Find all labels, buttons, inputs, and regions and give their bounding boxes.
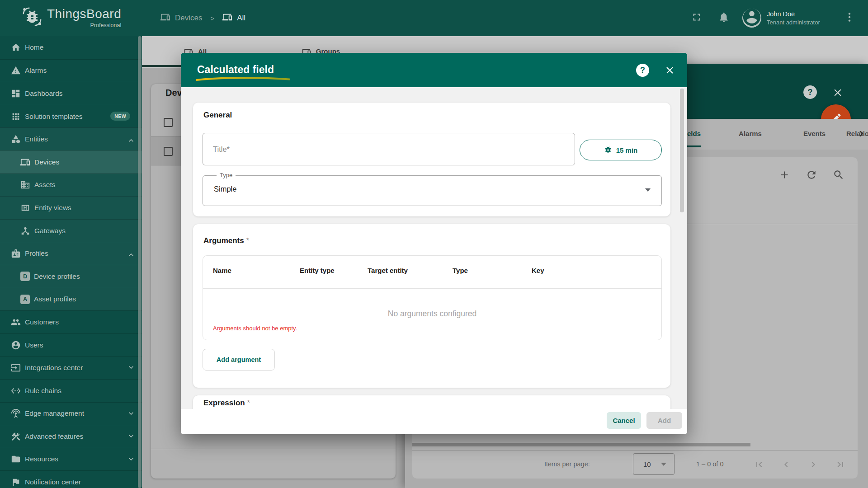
arguments-header-divider — [203, 288, 661, 289]
refresh-icon — [806, 169, 817, 181]
chevron-icon — [127, 432, 136, 441]
chevron-down-icon — [645, 188, 651, 192]
folder-icon — [11, 454, 21, 464]
ethernet-icon — [11, 386, 21, 396]
page-size-value: 10 — [643, 460, 651, 468]
sidebar-item-solution-templates[interactable]: Solution templatesNEW — [0, 105, 142, 128]
sidebar-item-profiles[interactable]: Profiles — [0, 242, 142, 265]
required-mark: * — [246, 236, 249, 245]
arguments-heading: Arguments * — [203, 236, 249, 245]
sidebar-item-device-profiles[interactable]: DDevice profiles — [0, 265, 142, 288]
pagination-range: 1 – 0 of 0 — [696, 460, 723, 468]
sidebar-item-label: Profiles — [25, 249, 48, 258]
sidebar-item-entities[interactable]: Entities — [0, 127, 142, 150]
type-select[interactable]: Type Simple — [203, 175, 662, 206]
sidebar-scrollbar[interactable] — [138, 36, 142, 488]
sidebar-item-asset-profiles[interactable]: AAsset profiles — [0, 288, 142, 311]
chevron-icon — [127, 409, 136, 418]
arguments-section: Arguments * NameEntity typeTarget entity… — [193, 224, 670, 388]
sidebar-item-rule-chains[interactable]: Rule chains — [0, 379, 142, 402]
person-icon — [741, 7, 762, 29]
kebab-menu-icon[interactable] — [844, 11, 855, 25]
sidebar-item-label: Advanced features — [25, 432, 83, 441]
sidebar-item-label: Asset profiles — [34, 295, 76, 303]
close-icon — [664, 65, 675, 76]
sidebar-item-devices[interactable]: Devices — [0, 150, 142, 174]
bug-icon — [604, 145, 612, 155]
search-icon[interactable] — [833, 169, 844, 183]
first-page-icon[interactable] — [754, 459, 764, 472]
kebab-menu-icon — [844, 11, 855, 23]
arguments-empty-text: No arguments configured — [203, 309, 661, 319]
drawer-help-icon[interactable]: ? — [803, 85, 817, 99]
next-page-icon[interactable] — [808, 459, 819, 472]
close-icon — [832, 87, 844, 99]
sidebar-item-customers[interactable]: Customers — [0, 310, 142, 333]
plus-icon — [778, 169, 790, 181]
tab-scroll-right-icon[interactable] — [855, 128, 864, 141]
sidebar-item-entity-views[interactable]: Entity views — [0, 196, 142, 219]
sidebar-item-notification-center[interactable]: Notification center — [0, 470, 142, 488]
breadcrumb-devices[interactable]: Devices — [175, 14, 202, 23]
sidebar-item-label: Alarms — [25, 66, 47, 75]
sidebar-item-alarms[interactable]: Alarms — [0, 59, 142, 82]
sidebar-item-gateways[interactable]: Gateways — [0, 219, 142, 242]
debug-duration-button[interactable]: 15 min — [580, 140, 662, 160]
previous-page-icon[interactable] — [781, 459, 792, 472]
letter-d-icon: D — [20, 272, 30, 281]
add-icon[interactable] — [778, 169, 790, 183]
breadcrumb-all[interactable]: All — [237, 14, 245, 23]
user-role: Tenant administrator — [767, 19, 844, 26]
devices-icon — [160, 12, 170, 22]
app-logo[interactable]: ThingsBoard Professional — [22, 6, 121, 29]
chevron-up-icon — [127, 249, 136, 259]
quilt-icon — [20, 203, 30, 213]
dashboard-icon — [11, 89, 21, 99]
chevron-down-icon — [127, 432, 136, 442]
add-argument-button[interactable]: Add argument — [203, 349, 275, 371]
all-breadcrumb-icon — [222, 12, 232, 24]
dialog-help-icon[interactable]: ? — [636, 64, 649, 77]
dialog-close-icon[interactable] — [664, 65, 675, 78]
user-name: John Doe — [767, 10, 844, 18]
arguments-column-key: Key — [532, 267, 544, 274]
sidebar-item-home[interactable]: Home — [0, 36, 142, 59]
notifications-bell-icon[interactable] — [718, 11, 730, 25]
integration-icon — [11, 363, 21, 373]
items-per-page-label: Items per page: — [544, 460, 590, 468]
sidebar-item-advanced-features[interactable]: Advanced features — [0, 425, 142, 448]
last-page-icon — [835, 459, 846, 470]
sidebar-item-edge-management[interactable]: Edge management — [0, 402, 142, 425]
expression-heading: Expression * — [203, 399, 250, 408]
hub-icon — [20, 226, 30, 236]
select-all-checkbox[interactable] — [164, 118, 173, 127]
account-icon — [741, 7, 762, 28]
avatar[interactable] — [742, 9, 761, 28]
page-size-select[interactable]: 10 — [633, 453, 675, 475]
dialog-title: Calculated field — [197, 64, 274, 76]
devices-icon — [222, 12, 232, 22]
breadcrumb: Devices > All — [160, 0, 245, 36]
fullscreen-icon[interactable] — [691, 11, 703, 25]
sidebar-item-integrations-center[interactable]: Integrations center — [0, 356, 142, 379]
add-button-disabled[interactable]: Add — [646, 412, 682, 429]
sidebar-item-dashboards[interactable]: Dashboards — [0, 82, 142, 105]
drawer-tab-alarms[interactable]: Alarms — [729, 119, 772, 148]
last-page-icon[interactable] — [835, 459, 846, 472]
chevron-icon — [127, 455, 136, 464]
title-input[interactable]: Title* — [203, 133, 575, 165]
drawer-tab-events[interactable]: Events — [793, 119, 836, 148]
sidebar-item-resources[interactable]: Resources — [0, 448, 142, 471]
title-placeholder: Title* — [203, 145, 230, 154]
drawer-close-icon[interactable] — [832, 87, 844, 100]
type-select-value: Simple — [214, 185, 236, 193]
refresh-icon[interactable] — [806, 169, 817, 183]
horizontal-scrollbar[interactable] — [412, 443, 750, 446]
screen: ThingsBoard Professional Devices > All J… — [0, 0, 868, 488]
dialog-scrollbar[interactable] — [680, 89, 684, 212]
row-checkbox[interactable] — [164, 147, 173, 156]
chevron-down-icon — [661, 463, 666, 466]
cancel-button[interactable]: Cancel — [607, 412, 641, 429]
sidebar-item-users[interactable]: Users — [0, 333, 142, 357]
sidebar-item-assets[interactable]: Assets — [0, 174, 142, 197]
